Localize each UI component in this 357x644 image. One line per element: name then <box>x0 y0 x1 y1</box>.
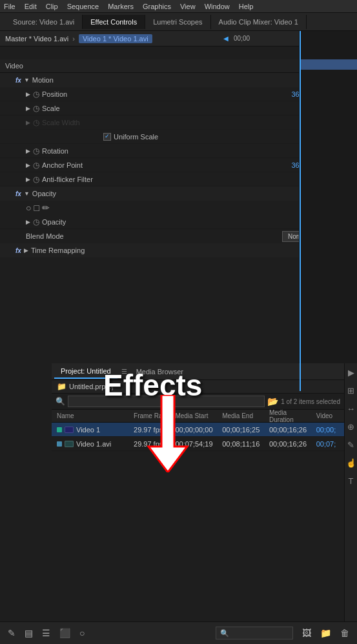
menu-file[interactable]: File <box>4 3 15 10</box>
position-toggle[interactable]: ▶ <box>26 91 30 97</box>
menu-window[interactable]: Window <box>205 3 230 10</box>
blend-mode-label: Blend Mode <box>26 232 282 240</box>
row2-color-dot <box>57 441 62 447</box>
opacity-label: Opacity <box>32 190 340 197</box>
menu-sequence[interactable]: Sequence <box>67 3 99 10</box>
th-name[interactable]: Name <box>54 412 131 419</box>
sidebar-hand-icon[interactable]: ☝ <box>346 456 356 469</box>
rotation-toggle[interactable]: ▶ <box>26 148 30 154</box>
tab-source[interactable]: Source: Video 1.avi <box>5 15 83 29</box>
menu-clip[interactable]: Clip <box>46 3 58 10</box>
scale-width-toggle: ▶ <box>26 119 30 126</box>
row2-start: 00;07;54;19 <box>172 440 219 448</box>
opacity-pen-icon[interactable]: ✏ <box>42 203 50 213</box>
sidebar-text-icon[interactable]: T <box>349 474 354 487</box>
row2-video: 00;07; <box>314 440 342 448</box>
toolbar-list-btn[interactable]: ▤ <box>22 627 36 639</box>
timeline-strip <box>299 31 357 391</box>
anti-flicker-timer-icon[interactable]: ◷ <box>33 175 39 184</box>
project-tab-menu[interactable]: ☰ <box>121 368 127 375</box>
fx-badge-opacity: fx <box>15 190 21 197</box>
opacity-toggle[interactable]: ▼ <box>24 190 30 197</box>
menu-bar: File Edit Clip Sequence Markers Graphics… <box>0 0 357 13</box>
table-row[interactable]: Video 1.avi 29.97 fps 00;07;54;19 00;08;… <box>52 437 344 451</box>
row2-dur: 00;00;16;26 <box>267 440 314 448</box>
menu-markers[interactable]: Markers <box>108 3 134 10</box>
table-header: Name Frame Rate Media Start Media End Me… <box>52 410 344 423</box>
toolbar-search: 🔍 <box>216 627 293 639</box>
toolbar-menu-btn[interactable]: ☰ <box>39 627 53 639</box>
scrubber-line[interactable] <box>300 31 301 391</box>
sidebar-add-icon[interactable]: ⊕ <box>347 420 354 433</box>
scale-timer-icon[interactable]: ◷ <box>33 104 39 113</box>
row1-end: 00;00;16;25 <box>219 426 267 434</box>
items-count: 1 of 2 items selected <box>281 398 340 405</box>
effect-controls-panel: Master * Video 1.avi › Video 1 * Video 1… <box>0 31 357 392</box>
sidebar-grid-icon[interactable]: ⊞ <box>347 384 354 397</box>
anchor-timer-icon[interactable]: ◷ <box>33 161 39 170</box>
row1-start: 00;00;00;00 <box>172 426 219 434</box>
toolbar-trash-btn[interactable]: 🗑 <box>338 627 352 639</box>
sidebar-play-icon[interactable]: ▶ <box>348 366 354 379</box>
th-media-start[interactable]: Media Start <box>172 412 219 419</box>
th-media-end[interactable]: Media End <box>219 412 267 419</box>
th-media-duration[interactable]: Media Duration <box>267 409 314 423</box>
breadcrumb-separator: › <box>72 35 75 43</box>
row1-video-icon <box>65 427 74 433</box>
tab-audio-clip-mixer[interactable]: Audio Clip Mixer: Video 1 <box>211 15 307 29</box>
panel-tab-bar: Project: Untitled ☰ Media Browser <box>52 363 357 380</box>
anti-flicker-toggle[interactable]: ▶ <box>26 176 30 183</box>
scale-label: Scale <box>42 105 308 112</box>
row2-name: Video 1.avi <box>54 440 131 448</box>
right-sidebar: ▶ ⊞ ↔ ⊕ ✎ ☝ T <box>344 363 357 621</box>
search-input[interactable] <box>68 396 265 407</box>
bottom-toolbar: ✎ ▤ ☰ ⬛ ○ 🔍 🖼 📁 🗑 <box>0 621 357 644</box>
opacity-val-toggle[interactable]: ▶ <box>26 219 30 225</box>
scale-width-timer-icon: ◷ <box>33 118 39 127</box>
uniform-scale-checkbox[interactable] <box>103 133 111 141</box>
rotation-timer-icon[interactable]: ◷ <box>33 146 39 156</box>
toolbar-pencil-btn[interactable]: ✎ <box>5 627 18 639</box>
opacity-timer-icon[interactable]: ◷ <box>33 217 39 226</box>
sidebar-edit-icon[interactable]: ✎ <box>347 438 354 451</box>
search-bar: 🔍 📂 1 of 2 items selected <box>52 394 344 410</box>
position-timer-icon[interactable]: ◷ <box>33 90 39 99</box>
position-label: Position <box>42 90 282 98</box>
scale-toggle[interactable]: ▶ <box>26 105 30 112</box>
th-video[interactable]: Video <box>314 412 342 419</box>
fx-badge-time: fx <box>15 247 21 254</box>
sidebar-arrows-icon[interactable]: ↔ <box>347 402 355 415</box>
project-name: Untitled.prproj <box>69 383 113 390</box>
menu-graphics[interactable]: Graphics <box>143 3 171 10</box>
timeline-clip-bar[interactable] <box>300 59 357 70</box>
row1-video: 00;00; <box>314 426 342 434</box>
motion-toggle[interactable]: ▼ <box>24 77 30 83</box>
tab-effect-controls[interactable]: Effect Controls <box>83 15 145 29</box>
toolbar-circle-btn[interactable]: ○ <box>77 627 87 639</box>
anchor-toggle[interactable]: ▶ <box>26 162 30 168</box>
search-icon: 🔍 <box>56 397 65 406</box>
menu-help[interactable]: Help <box>239 3 254 10</box>
bottom-panel: Project: Untitled ☰ Media Browser 📁 Unti… <box>0 363 357 621</box>
menu-view[interactable]: View <box>180 3 196 10</box>
table-row[interactable]: Video 1 29.97 fps 00;00;00;00 00;00;16;2… <box>52 423 344 437</box>
toolbar-media-btn[interactable]: 📁 <box>318 627 334 639</box>
toolbar-grid-btn[interactable]: ⬛ <box>57 627 73 639</box>
toolbar-icon-btn[interactable]: 🖼 <box>300 627 314 639</box>
row1-dur: 00;00;16;26 <box>267 426 314 434</box>
time-remap-toggle[interactable]: ▶ <box>24 247 28 254</box>
opacity-ellipse-icon[interactable]: ○ <box>26 203 31 213</box>
breadcrumb-active[interactable]: Video 1 * Video 1.avi <box>79 34 152 43</box>
toolbar-search-input[interactable] <box>229 630 281 637</box>
breadcrumb-master[interactable]: Master * Video 1.avi <box>5 35 68 43</box>
row2-avi-icon <box>65 441 74 447</box>
tab-lumetri[interactable]: Lumetri Scopes <box>145 15 210 29</box>
new-bin-btn[interactable]: 📂 <box>267 396 278 407</box>
tab-media-browser[interactable]: Media Browser <box>130 365 190 378</box>
opacity-rect-icon[interactable]: □ <box>34 203 39 213</box>
th-fps[interactable]: Frame Rate <box>131 412 172 419</box>
scale-width-label: Scale Width <box>42 119 308 126</box>
tab-project[interactable]: Project: Untitled <box>54 365 117 379</box>
navigate-left-btn[interactable]: ◀ <box>223 35 229 42</box>
menu-edit[interactable]: Edit <box>25 3 37 10</box>
